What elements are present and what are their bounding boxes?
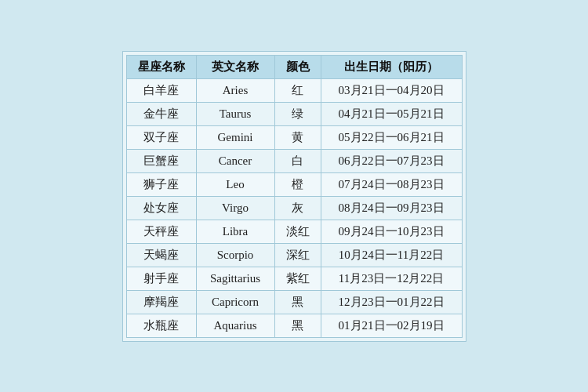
cell-dates: 09月24日一10月23日 bbox=[321, 220, 462, 243]
cell-color: 黑 bbox=[274, 290, 321, 314]
cell-dates: 04月21日一05月21日 bbox=[321, 102, 462, 125]
cell-color: 深红 bbox=[274, 243, 321, 267]
cell-chinese: 摩羯座 bbox=[126, 290, 196, 314]
zodiac-table-wrapper: 星座名称 英文名称 颜色 出生日期（阳历） 白羊座Aries红03月21日一04… bbox=[122, 51, 466, 342]
cell-color: 黑 bbox=[274, 314, 321, 337]
cell-english: Cancer bbox=[196, 149, 274, 172]
col-header-color: 颜色 bbox=[274, 55, 321, 78]
cell-english: Capricorn bbox=[196, 290, 274, 314]
col-header-dates: 出生日期（阳历） bbox=[321, 55, 462, 78]
cell-chinese: 天秤座 bbox=[126, 220, 196, 243]
cell-dates: 12月23日一01月22日 bbox=[321, 290, 462, 314]
cell-dates: 08月24日一09月23日 bbox=[321, 196, 462, 220]
cell-dates: 03月21日一04月20日 bbox=[321, 78, 462, 102]
cell-english: Aries bbox=[196, 78, 274, 102]
cell-chinese: 天蝎座 bbox=[126, 243, 196, 267]
cell-english: Taurus bbox=[196, 102, 274, 125]
cell-dates: 11月23日一12月22日 bbox=[321, 267, 462, 290]
cell-dates: 07月24日一08月23日 bbox=[321, 172, 462, 196]
cell-english: Sagittarius bbox=[196, 267, 274, 290]
cell-color: 橙 bbox=[274, 172, 321, 196]
cell-english: Aquarius bbox=[196, 314, 274, 337]
table-row: 金牛座Taurus绿04月21日一05月21日 bbox=[126, 102, 462, 125]
cell-dates: 05月22日一06月21日 bbox=[321, 125, 462, 149]
cell-english: Leo bbox=[196, 172, 274, 196]
table-row: 水瓶座Aquarius黑01月21日一02月19日 bbox=[126, 314, 462, 337]
cell-chinese: 双子座 bbox=[126, 125, 196, 149]
cell-color: 红 bbox=[274, 78, 321, 102]
cell-color: 灰 bbox=[274, 196, 321, 220]
cell-english: Scorpio bbox=[196, 243, 274, 267]
table-row: 摩羯座Capricorn黑12月23日一01月22日 bbox=[126, 290, 462, 314]
cell-chinese: 巨蟹座 bbox=[126, 149, 196, 172]
col-header-english: 英文名称 bbox=[196, 55, 274, 78]
cell-chinese: 狮子座 bbox=[126, 172, 196, 196]
cell-english: Libra bbox=[196, 220, 274, 243]
table-row: 白羊座Aries红03月21日一04月20日 bbox=[126, 78, 462, 102]
cell-dates: 06月22日一07月23日 bbox=[321, 149, 462, 172]
col-header-chinese: 星座名称 bbox=[126, 55, 196, 78]
cell-english: Virgo bbox=[196, 196, 274, 220]
table-row: 处女座Virgo灰08月24日一09月23日 bbox=[126, 196, 462, 220]
cell-color: 紫红 bbox=[274, 267, 321, 290]
cell-english: Gemini bbox=[196, 125, 274, 149]
table-row: 双子座Gemini黄05月22日一06月21日 bbox=[126, 125, 462, 149]
zodiac-table: 星座名称 英文名称 颜色 出生日期（阳历） 白羊座Aries红03月21日一04… bbox=[126, 55, 463, 338]
table-row: 射手座Sagittarius紫红11月23日一12月22日 bbox=[126, 267, 462, 290]
table-row: 天秤座Libra淡红09月24日一10月23日 bbox=[126, 220, 462, 243]
cell-color: 黄 bbox=[274, 125, 321, 149]
table-row: 狮子座Leo橙07月24日一08月23日 bbox=[126, 172, 462, 196]
cell-color: 绿 bbox=[274, 102, 321, 125]
table-row: 巨蟹座Cancer白06月22日一07月23日 bbox=[126, 149, 462, 172]
cell-dates: 01月21日一02月19日 bbox=[321, 314, 462, 337]
cell-dates: 10月24日一11月22日 bbox=[321, 243, 462, 267]
cell-color: 白 bbox=[274, 149, 321, 172]
cell-chinese: 处女座 bbox=[126, 196, 196, 220]
cell-color: 淡红 bbox=[274, 220, 321, 243]
table-header-row: 星座名称 英文名称 颜色 出生日期（阳历） bbox=[126, 55, 462, 78]
table-row: 天蝎座Scorpio深红10月24日一11月22日 bbox=[126, 243, 462, 267]
cell-chinese: 射手座 bbox=[126, 267, 196, 290]
cell-chinese: 白羊座 bbox=[126, 78, 196, 102]
cell-chinese: 金牛座 bbox=[126, 102, 196, 125]
cell-chinese: 水瓶座 bbox=[126, 314, 196, 337]
